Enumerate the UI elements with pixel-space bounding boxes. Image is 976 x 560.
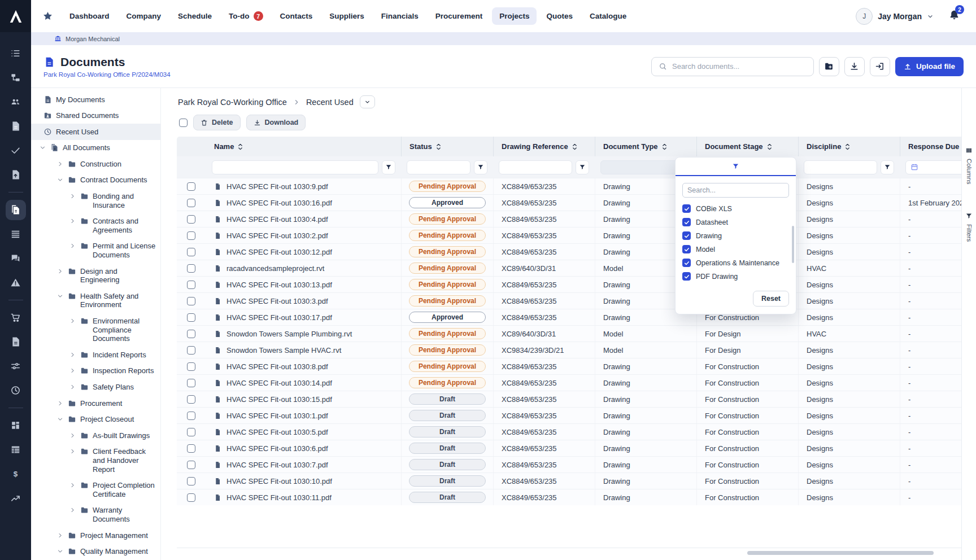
chevron-right-icon[interactable] (56, 400, 63, 406)
chevron-right-icon[interactable] (69, 507, 76, 513)
rail-item-sliders[interactable] (6, 356, 26, 377)
row-checkbox[interactable] (187, 362, 195, 371)
row-checkbox[interactable] (187, 215, 195, 224)
chevron-right-icon[interactable] (69, 243, 76, 249)
sidebar-item-client-feedback-and-handover-report[interactable]: Client Feedback and Handover Report (31, 444, 160, 478)
name-cell[interactable]: HVAC SPEC Fit-out 1030:12.pdf (206, 244, 401, 260)
name-filter-input[interactable] (212, 160, 378, 174)
row-checkbox[interactable] (187, 199, 195, 207)
rail-item-table[interactable] (6, 440, 26, 460)
filters-tab[interactable]: Filters (965, 212, 973, 242)
filter-option-checkbox[interactable] (682, 259, 691, 267)
rail-item-clock[interactable] (6, 380, 26, 401)
sort-icon[interactable] (436, 143, 441, 151)
upload-file-button[interactable]: Upload file (895, 57, 964, 76)
rail-item-users[interactable] (6, 92, 26, 112)
sidebar-item-contracts-and-agreements[interactable]: Contracts and Agreements (31, 213, 160, 238)
chevron-right-icon[interactable] (69, 193, 76, 199)
row-checkbox[interactable] (187, 412, 195, 420)
favorites-star-icon[interactable] (42, 11, 53, 21)
sidebar-item-incident-reports[interactable]: Incident Reports (31, 347, 160, 363)
reset-filter-button[interactable]: Reset (753, 291, 789, 307)
name-cell[interactable]: HVAC SPEC Fit-out 1030:13.pdf (206, 277, 401, 292)
nav-item-financials[interactable]: Financials (374, 7, 426, 25)
row-checkbox[interactable] (187, 395, 195, 404)
row-checkbox[interactable] (187, 182, 195, 191)
columns-tab[interactable]: Columns (965, 147, 973, 184)
brand-logo-icon[interactable] (0, 0, 31, 32)
rail-item-file-upload[interactable] (6, 165, 26, 185)
dropdown-scrollbar[interactable] (792, 226, 794, 263)
chevron-down-icon[interactable] (56, 416, 63, 422)
rail-item-documents[interactable] (6, 200, 26, 220)
row-checkbox[interactable] (187, 428, 195, 436)
row-checkbox[interactable] (187, 477, 195, 485)
sidebar-item-project-completion-certificate[interactable]: Project Completion Certificate (31, 478, 160, 502)
name-cell[interactable]: HVAC SPEC Fit-out 1030:10.pdf (206, 473, 401, 489)
export-button[interactable] (870, 57, 890, 76)
status-filter-funnel-icon[interactable] (474, 160, 487, 174)
rail-item-cart[interactable] (6, 308, 26, 328)
filter-option-checkbox[interactable] (682, 245, 691, 253)
breadcrumb-dropdown-button[interactable] (360, 95, 375, 108)
name-cell[interactable]: HVAC SPEC Fit-out 1030:7.pdf (206, 457, 401, 473)
sidebar-item-construction[interactable]: Construction (31, 156, 160, 172)
user-menu[interactable]: J Jay Morgan (856, 8, 934, 25)
filter-option-datasheet[interactable]: Datasheet (682, 218, 789, 226)
sidebar-item-permit-and-license-documents[interactable]: Permit and License Documents (31, 238, 160, 263)
filter-option-checkbox[interactable] (682, 272, 691, 281)
new-folder-button[interactable] (819, 57, 839, 76)
column-header-name[interactable]: Name (206, 137, 401, 156)
sidebar-item-as-built-drawings[interactable]: As-built Drawings (31, 427, 160, 444)
filter-option-drawing[interactable]: Drawing (682, 231, 789, 240)
sidebar-item-contract-documents[interactable]: Contract Documents (31, 172, 160, 189)
nav-item-quotes[interactable]: Quotes (539, 7, 580, 25)
sidebar-item-project-management[interactable]: Project Management (31, 527, 160, 544)
sort-icon[interactable] (845, 143, 850, 151)
chevron-right-icon[interactable] (69, 352, 76, 358)
sidebar-item-my-documents[interactable]: My Documents (31, 91, 160, 108)
column-header-discipline[interactable]: Discipline (798, 137, 900, 156)
download-all-button[interactable] (844, 57, 865, 76)
sidebar-item-inspection-reports[interactable]: Inspection Reports (31, 363, 160, 379)
filter-dropdown-header[interactable] (676, 158, 796, 176)
rail-item-chat[interactable] (6, 248, 26, 269)
filter-option-operations-maintenance[interactable]: Operations & Maintenance (682, 259, 789, 267)
status-filter-input[interactable] (407, 160, 470, 174)
nav-item-company[interactable]: Company (119, 7, 169, 25)
chevron-right-icon[interactable] (69, 318, 76, 324)
sort-icon[interactable] (767, 143, 772, 151)
chevron-right-icon[interactable] (69, 482, 76, 488)
name-cell[interactable]: HVAC SPEC Fit-out 1030:5.pdf (206, 424, 401, 440)
name-filter-funnel-icon[interactable] (382, 160, 395, 174)
rail-item-check[interactable] (6, 141, 26, 161)
row-checkbox[interactable] (187, 297, 195, 305)
rail-item-document[interactable] (6, 116, 26, 137)
row-checkbox[interactable] (187, 248, 195, 256)
horizontal-scrollbar[interactable] (747, 551, 934, 555)
chevron-down-icon[interactable] (56, 177, 63, 183)
filter-option-checkbox[interactable] (682, 204, 691, 213)
name-cell[interactable]: Snowdon Towers Sample Plumbing.rvt (206, 326, 401, 342)
drawing-reference-filter-input[interactable] (499, 160, 572, 174)
sidebar-item-warranty-documents[interactable]: Warranty Documents (31, 502, 160, 527)
filter-option-checkbox[interactable] (682, 218, 691, 226)
row-checkbox[interactable] (187, 461, 195, 469)
name-cell[interactable]: HVAC SPEC Fit-out 1030:2.pdf (206, 228, 401, 243)
download-button[interactable]: Download (246, 115, 306, 130)
chevron-right-icon[interactable] (56, 532, 63, 539)
filter-option-cobie-xls[interactable]: COBie XLS (682, 204, 789, 213)
chevron-right-icon[interactable] (69, 432, 76, 439)
sort-icon[interactable] (572, 143, 577, 151)
chevron-right-icon[interactable] (69, 218, 76, 224)
sidebar-item-all-documents[interactable]: All Documents (31, 140, 160, 156)
nav-item-procurement[interactable]: Procurement (428, 7, 490, 25)
name-cell[interactable]: HVAC SPEC Fit-out 1030:14.pdf (206, 375, 401, 391)
name-cell[interactable]: HVAC SPEC Fit-out 1030:4.pdf (206, 211, 401, 227)
rail-item-grid[interactable] (6, 415, 26, 436)
name-cell[interactable]: HVAC SPEC Fit-out 1030:11.pdf (206, 489, 401, 505)
column-header-drawing-reference[interactable]: Drawing Reference (493, 137, 595, 156)
rail-item-dollar[interactable]: $ (6, 464, 26, 484)
chevron-right-icon[interactable] (56, 161, 63, 167)
name-cell[interactable]: HVAC SPEC Fit-out 1030:6.pdf (206, 440, 401, 456)
